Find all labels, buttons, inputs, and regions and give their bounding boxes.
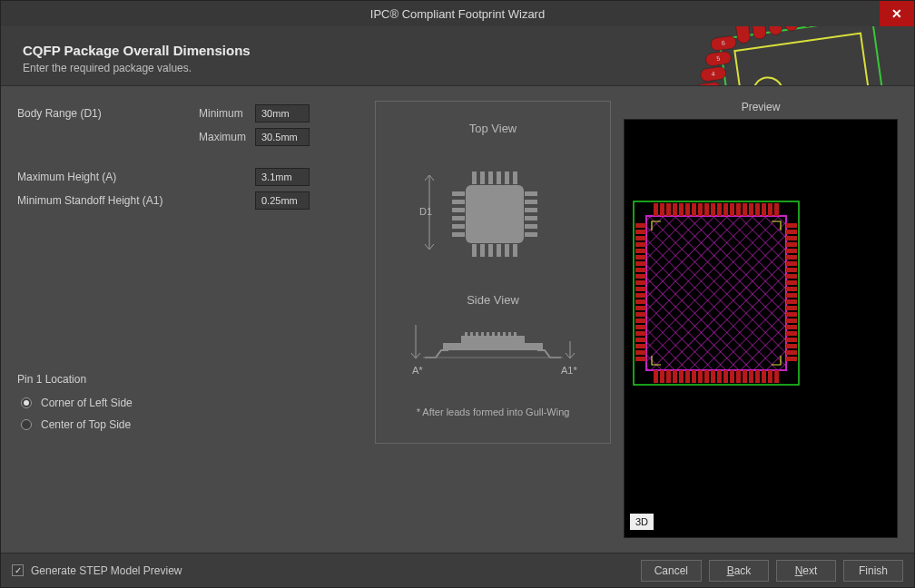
radio-icon [21, 419, 32, 430]
svg-rect-73 [666, 203, 671, 216]
svg-rect-63 [514, 332, 517, 336]
wizard-window: IPC® Compliant Footprint Wizard ✕ CQFP P… [0, 0, 915, 588]
svg-rect-40 [452, 208, 465, 212]
svg-rect-54 [465, 332, 467, 336]
a-label: A* [412, 365, 423, 376]
svg-rect-139 [786, 261, 797, 266]
svg-rect-79 [704, 203, 709, 216]
svg-rect-115 [635, 249, 646, 253]
body-range-min-input[interactable] [255, 104, 310, 122]
side-view-label: Side View [467, 293, 519, 307]
svg-rect-132 [635, 357, 646, 361]
minimum-label: Minimum [199, 107, 251, 120]
svg-rect-29 [497, 172, 501, 184]
radio-center-top[interactable]: Center of Top Side [21, 418, 362, 431]
side-view-diagram: A* A1* [398, 323, 588, 387]
svg-rect-106 [749, 370, 753, 383]
svg-rect-146 [786, 306, 797, 310]
svg-rect-71 [654, 203, 658, 216]
svg-rect-69 [646, 216, 786, 370]
svg-rect-89 [768, 203, 772, 216]
svg-rect-150 [786, 331, 797, 336]
max-height-input[interactable] [255, 168, 310, 186]
svg-rect-9 [734, 26, 751, 44]
back-button[interactable]: Back [709, 560, 769, 582]
svg-rect-102 [723, 370, 728, 383]
svg-rect-122 [635, 293, 646, 298]
svg-rect-76 [685, 203, 690, 216]
svg-rect-127 [635, 325, 646, 329]
max-height-label: Maximum Height (A) [17, 171, 199, 183]
finish-button[interactable]: Finish [843, 560, 903, 582]
svg-rect-75 [679, 203, 684, 216]
diagram-panel: Top View D1 Side View [375, 101, 611, 444]
svg-rect-80 [711, 203, 715, 216]
radio-corner-left[interactable]: Corner of Left Side [21, 397, 362, 409]
svg-rect-81 [717, 203, 722, 216]
svg-rect-86 [749, 203, 753, 216]
next-button[interactable]: Next [776, 560, 836, 582]
svg-rect-56 [476, 332, 478, 336]
svg-rect-91 [654, 370, 658, 383]
close-icon: ✕ [891, 6, 902, 21]
radio-center-top-label: Center of Top Side [41, 418, 131, 431]
svg-rect-31 [513, 172, 517, 184]
svg-rect-135 [786, 236, 797, 240]
svg-rect-34 [488, 244, 493, 257]
svg-rect-78 [698, 203, 703, 216]
svg-rect-59 [492, 332, 495, 336]
svg-rect-124 [635, 306, 646, 310]
svg-rect-62 [508, 332, 511, 336]
svg-rect-107 [755, 370, 760, 383]
svg-rect-98 [698, 370, 703, 383]
svg-rect-74 [673, 203, 677, 216]
svg-rect-136 [786, 242, 797, 247]
svg-rect-152 [786, 344, 797, 348]
svg-rect-35 [497, 244, 501, 257]
preview-viewport[interactable]: 3D [624, 119, 898, 538]
svg-rect-85 [743, 203, 747, 216]
svg-rect-120 [635, 280, 646, 285]
svg-rect-113 [635, 236, 646, 240]
footprint-preview-graphic [630, 198, 802, 388]
svg-rect-108 [762, 370, 766, 383]
svg-rect-55 [470, 332, 473, 336]
svg-rect-84 [736, 203, 741, 216]
svg-rect-99 [704, 370, 709, 383]
header-footprint-art: 123 456 [680, 26, 914, 86]
svg-rect-142 [786, 280, 797, 285]
svg-rect-126 [635, 318, 646, 323]
svg-rect-110 [774, 370, 779, 383]
fields-column: Body Range (D1) Minimum Maximum Maximum … [17, 101, 362, 538]
min-standoff-input[interactable] [255, 191, 310, 210]
svg-rect-87 [755, 203, 760, 216]
svg-rect-27 [480, 172, 485, 184]
svg-rect-25 [466, 185, 524, 243]
svg-rect-36 [505, 244, 509, 257]
close-button[interactable]: ✕ [880, 1, 914, 26]
svg-point-2 [752, 75, 784, 86]
svg-rect-154 [786, 357, 797, 361]
svg-rect-117 [635, 261, 646, 266]
preview-column: Preview [624, 101, 898, 538]
svg-rect-151 [786, 338, 797, 342]
svg-rect-48 [525, 224, 537, 229]
svg-rect-138 [786, 255, 797, 260]
radio-corner-left-label: Corner of Left Side [41, 397, 133, 409]
svg-rect-137 [786, 249, 797, 253]
svg-rect-47 [525, 216, 537, 220]
cancel-button[interactable]: Cancel [641, 560, 702, 582]
svg-rect-149 [786, 325, 797, 329]
body-range-max-input[interactable] [255, 128, 310, 146]
svg-rect-88 [762, 203, 766, 216]
step-preview-label: Generate STEP Model Preview [31, 564, 182, 577]
svg-rect-57 [481, 332, 484, 336]
svg-rect-26 [472, 172, 477, 184]
3d-toggle-button[interactable]: 3D [630, 514, 654, 530]
svg-rect-83 [730, 203, 734, 216]
diagram-footnote: * After leads formed into Gull-Wing [417, 407, 570, 417]
step-preview-checkbox[interactable] [12, 564, 24, 576]
svg-rect-131 [635, 350, 646, 355]
svg-rect-116 [635, 255, 646, 260]
svg-rect-119 [635, 274, 646, 279]
